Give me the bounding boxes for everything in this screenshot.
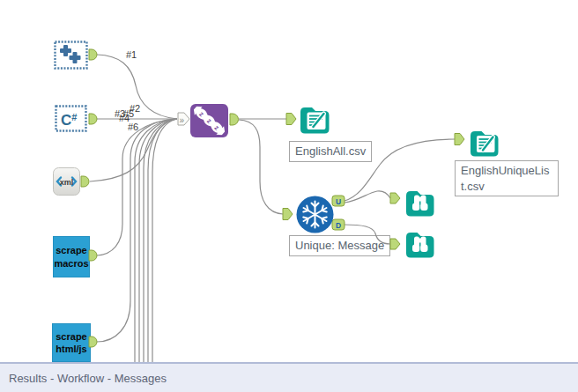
snowflake-icon (296, 196, 334, 233)
wire-htmljs (97, 119, 177, 342)
output-anchor-union[interactable] (230, 114, 239, 125)
connection-label-1: #1 (126, 50, 137, 60)
union-dna-icon: z z z (190, 104, 228, 137)
tool-output-englishall[interactable] (298, 102, 331, 139)
tool-scrape-macros[interactable]: scrape macros (53, 236, 90, 277)
connection-label-5: #5 (123, 109, 134, 119)
svg-text:xml: xml (60, 178, 74, 187)
workflow-canvas: EnglishAll.csv Unique: Message EnglishUn… (0, 0, 578, 392)
browse-binoculars-icon (404, 186, 436, 218)
output-anchor-container[interactable] (89, 49, 97, 60)
annotation-englishall[interactable]: EnglishAll.csv (289, 141, 372, 162)
multi-input-anchor-union[interactable] (178, 113, 189, 125)
unique-d-anchor[interactable] (332, 219, 345, 230)
connection-label-6: #6 (128, 122, 138, 132)
multi-input-chevrons-icon: » (180, 115, 185, 125)
tool-browse-top[interactable] (404, 186, 436, 222)
wire-offscreen-1 (135, 119, 177, 363)
tool-union[interactable]: z z z (190, 104, 228, 141)
wire-offscreen-3 (144, 119, 177, 363)
input-anchor-output-all[interactable] (286, 114, 296, 125)
tool-browse-bottom[interactable] (404, 227, 436, 263)
input-anchor-output-unique[interactable] (455, 134, 464, 145)
tool-output-englishuniquelist[interactable] (468, 126, 500, 162)
tool-csharp[interactable]: C# (55, 105, 87, 136)
input-anchor-unique[interactable] (283, 209, 293, 220)
scrape-htmljs-line1: scrape (56, 330, 86, 343)
output-anchor-macros[interactable] (89, 250, 97, 261)
wire-union-unique (239, 120, 283, 214)
wire-macros (97, 119, 177, 255)
connection-wires (90, 55, 455, 363)
tool-scrape-htmljs[interactable]: scrape html/js (52, 323, 91, 362)
output-anchor-csharp[interactable] (89, 114, 97, 124)
status-bar-panels[interactable]: Results - Workflow - Messages (9, 372, 167, 385)
tool-container[interactable] (54, 41, 88, 73)
d-anchor-label: D (336, 221, 341, 230)
input-anchor-browse-top[interactable] (390, 193, 400, 203)
scrape-macros-line1: scrape (56, 244, 86, 256)
output-data-icon (298, 102, 331, 136)
tool-plus-icon (54, 41, 88, 70)
tool-xml[interactable]: xml (53, 167, 80, 200)
browse-binoculars-icon (404, 227, 436, 260)
output-anchor-xml[interactable] (81, 176, 89, 187)
wire-offscreen-4 (148, 119, 177, 363)
annotation-unique-message[interactable]: Unique: Message (289, 235, 390, 256)
annotation-englishuniquelist[interactable]: EnglishUniqueList.csv (455, 160, 559, 196)
output-data-icon (468, 126, 500, 159)
wire-offscreen-5 (152, 119, 177, 363)
xml-icon: xml (53, 167, 80, 196)
status-bar: Results - Workflow - Messages (0, 362, 578, 392)
u-anchor-label: U (336, 197, 341, 206)
unique-u-anchor[interactable] (332, 196, 345, 206)
tool-unique[interactable] (296, 196, 334, 237)
scrape-macros-line2: macros (54, 257, 88, 270)
input-anchor-browse-bottom[interactable] (390, 239, 400, 249)
wire-u-browse (345, 191, 390, 203)
wire-offscreen-2 (139, 119, 177, 363)
scrape-htmljs-line2: html/js (56, 343, 86, 355)
csharp-icon: C# (55, 105, 87, 132)
